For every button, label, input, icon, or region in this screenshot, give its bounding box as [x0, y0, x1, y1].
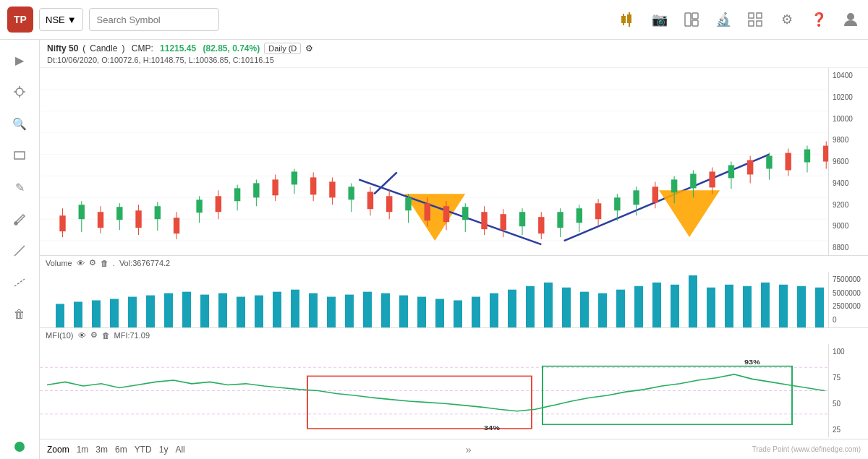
svg-rect-30	[59, 215, 65, 231]
zoom-arrows[interactable]: »	[466, 444, 472, 455]
layout-icon[interactable]	[681, 9, 702, 30]
y-label-9000: 9000	[833, 222, 864, 230]
zoom-bar: Zoom 1m 3m 6m YTD 1y All » Trade Point (…	[40, 439, 868, 459]
app-logo[interactable]: TP	[7, 7, 33, 33]
svg-rect-97	[652, 186, 658, 202]
volume-label: Volume	[46, 259, 72, 267]
svg-rect-101	[690, 173, 696, 188]
svg-rect-126	[200, 295, 209, 327]
svg-line-45	[374, 172, 397, 194]
svg-rect-145	[544, 283, 553, 327]
svg-rect-17	[14, 152, 25, 159]
mfi-settings-icon[interactable]: ⚙	[90, 330, 98, 340]
chart-info: Nifty 50 ( Candle ) CMP: 11215.45 (82.85…	[40, 40, 868, 68]
svg-rect-144	[526, 286, 535, 327]
svg-rect-89	[576, 208, 582, 223]
svg-rect-137	[399, 296, 408, 327]
zoom-3m[interactable]: 3m	[95, 445, 108, 455]
candlestick-icon[interactable]	[618, 9, 638, 30]
zoom-1m[interactable]: 1m	[77, 445, 89, 455]
svg-line-20	[14, 279, 25, 286]
settings-icon[interactable]: ⚙	[777, 9, 797, 30]
y-label-10400: 10400	[833, 72, 864, 80]
svg-point-18	[14, 222, 17, 225]
zoom-6m[interactable]: 6m	[115, 445, 127, 455]
svg-rect-81	[501, 214, 506, 230]
svg-rect-32	[79, 205, 85, 219]
cursor-tool[interactable]: ▶	[7, 47, 33, 73]
volume-eye-icon[interactable]: 👁	[77, 259, 85, 267]
volume-settings-icon[interactable]: ⚙	[89, 258, 96, 267]
volume-panel: Volume 👁 ⚙ 🗑 . Vol:3676774.2	[40, 256, 868, 328]
chart-title: Nifty 50	[47, 43, 78, 53]
chart-ohlc: Dt:10/06/2020, O:10072.6, H:10148.75, L:…	[47, 56, 861, 64]
mfi-chart-container: 34% 93%	[40, 344, 828, 437]
svg-rect-83	[519, 212, 525, 226]
svg-rect-140	[454, 300, 462, 327]
svg-rect-8	[757, 13, 762, 18]
exchange-chevron: ▼	[67, 14, 77, 25]
svg-line-19	[14, 246, 25, 256]
toolbar-right: 📷 🔬 ⚙ ❓	[618, 9, 861, 30]
svg-rect-139	[435, 299, 444, 327]
svg-rect-67	[367, 192, 373, 209]
svg-rect-133	[327, 297, 336, 327]
line-tool[interactable]	[7, 238, 33, 264]
brush-tool[interactable]	[7, 206, 33, 232]
svg-rect-151	[652, 283, 661, 327]
crosshair-tool[interactable]	[7, 79, 33, 105]
rectangle-tool[interactable]	[7, 142, 33, 168]
svg-rect-77	[462, 207, 468, 220]
zoom-1y[interactable]: 1y	[159, 445, 169, 455]
chart-type: (	[82, 43, 85, 53]
svg-rect-153	[689, 275, 697, 327]
delete-tool[interactable]: 🗑	[7, 301, 33, 327]
volume-delete-icon[interactable]: 🗑	[101, 259, 109, 267]
exchange-selector[interactable]: NSE ▼	[39, 8, 83, 31]
svg-marker-43	[404, 194, 465, 241]
svg-rect-34	[98, 212, 103, 228]
y-label-9800: 9800	[833, 136, 864, 144]
svg-rect-127	[218, 293, 227, 327]
svg-rect-63	[329, 181, 335, 197]
svg-rect-141	[472, 297, 480, 327]
user-icon[interactable]	[841, 9, 861, 30]
main-chart-svg	[40, 68, 868, 255]
svg-rect-148	[598, 293, 607, 327]
svg-rect-1	[622, 17, 625, 22]
zoom-ytd[interactable]: YTD	[135, 445, 152, 455]
svg-rect-93	[614, 197, 620, 210]
camera-icon[interactable]: 📷	[650, 9, 670, 30]
mfi-header: MFI(10) 👁 ⚙ 🗑 MFI:71.09	[40, 328, 868, 342]
settings-gear-icon[interactable]: ⚙	[305, 43, 313, 53]
mfi-eye-icon[interactable]: 👁	[78, 331, 86, 340]
help-icon[interactable]: ❓	[809, 9, 829, 30]
magnifier-tool[interactable]: 🔍	[7, 111, 33, 137]
mfi-label: MFI(10)	[46, 331, 74, 340]
microscope-icon[interactable]: 🔬	[713, 9, 733, 30]
svg-rect-158	[779, 285, 788, 327]
svg-point-11	[847, 13, 854, 20]
svg-rect-87	[557, 212, 563, 228]
svg-rect-109	[766, 156, 772, 169]
svg-rect-132	[309, 293, 318, 327]
svg-text:93%: 93%	[744, 359, 760, 366]
grid-icon[interactable]	[745, 9, 765, 30]
sidebar: ▶ 🔍 ✎ 🗑	[0, 40, 40, 459]
svg-rect-136	[381, 293, 390, 327]
svg-rect-99	[671, 179, 677, 192]
search-input[interactable]	[89, 8, 219, 31]
svg-rect-5	[692, 13, 698, 19]
svg-rect-59	[292, 171, 297, 184]
period-badge[interactable]: Daily (D	[264, 43, 301, 54]
svg-rect-53	[234, 188, 240, 201]
svg-rect-10	[757, 21, 762, 26]
svg-rect-159	[797, 286, 806, 327]
svg-rect-123	[146, 296, 155, 327]
mfi-delete-icon[interactable]: 🗑	[102, 331, 110, 340]
volume-value: . Vol:3676774.2	[113, 259, 171, 267]
trendline-tool[interactable]	[7, 270, 33, 296]
pencil-tool[interactable]: ✎	[7, 174, 33, 200]
zoom-all[interactable]: All	[175, 445, 184, 455]
svg-rect-40	[155, 206, 161, 219]
